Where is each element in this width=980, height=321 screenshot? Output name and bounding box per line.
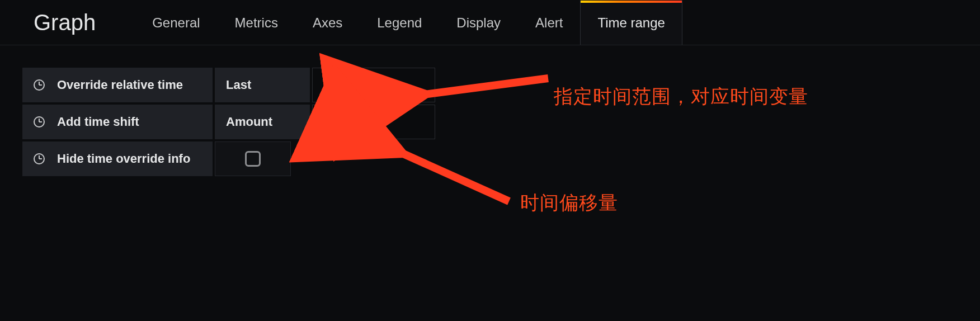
tab-label: Legend: [377, 15, 422, 31]
tab-legend[interactable]: Legend: [360, 0, 439, 45]
label-add-time-shift: Add time shift: [22, 105, 213, 139]
row-override-relative-time: Override relative time Last: [22, 68, 958, 102]
tab-label: Display: [456, 15, 501, 31]
annotation-text-1: 指定时间范围，对应时间变量: [554, 84, 808, 110]
input-cell-override-relative-time: [312, 68, 435, 102]
time-range-form: Override relative time Last Add time shi…: [0, 45, 980, 176]
add-time-shift-input[interactable]: [313, 105, 435, 139]
row-add-time-shift: Add time shift Amount: [22, 105, 958, 139]
checkbox-cell-hide-time-override: [215, 141, 291, 176]
tab-general[interactable]: General: [135, 0, 217, 45]
label-hide-time-override: Hide time override info: [22, 141, 213, 176]
panel-type-title: Graph: [34, 10, 96, 35]
tab-label: Time range: [597, 15, 665, 31]
field-label: Override relative time: [57, 78, 183, 92]
tab-time-range[interactable]: Time range: [580, 0, 682, 45]
label-override-relative-time: Override relative time: [22, 68, 213, 102]
tab-metrics[interactable]: Metrics: [218, 0, 295, 45]
sublabel-text: Last: [226, 78, 251, 92]
override-relative-time-input[interactable]: [313, 68, 435, 102]
sublabel-text: Amount: [226, 115, 272, 129]
tab-label: Axes: [313, 15, 342, 31]
clock-icon: [34, 116, 45, 128]
tab-label: Alert: [535, 15, 563, 31]
field-label: Add time shift: [57, 115, 139, 129]
tab-alert[interactable]: Alert: [518, 0, 580, 45]
clock-icon: [34, 153, 45, 164]
hide-time-override-checkbox[interactable]: [245, 151, 261, 167]
input-cell-add-time-shift: [312, 105, 435, 139]
tab-axes[interactable]: Axes: [295, 0, 360, 45]
tab-header: Graph General Metrics Axes Legend Displa…: [0, 0, 980, 45]
tab-label: General: [152, 15, 200, 31]
clock-icon: [34, 79, 45, 91]
sublabel-amount: Amount: [215, 105, 310, 139]
tab-label: Metrics: [235, 15, 278, 31]
sublabel-last: Last: [215, 68, 310, 102]
tab-list: General Metrics Axes Legend Display Aler…: [135, 0, 682, 45]
annotation-text-2: 时间偏移量: [520, 190, 618, 216]
tab-display[interactable]: Display: [439, 0, 518, 45]
row-hide-time-override: Hide time override info: [22, 141, 958, 176]
field-label: Hide time override info: [57, 152, 190, 166]
